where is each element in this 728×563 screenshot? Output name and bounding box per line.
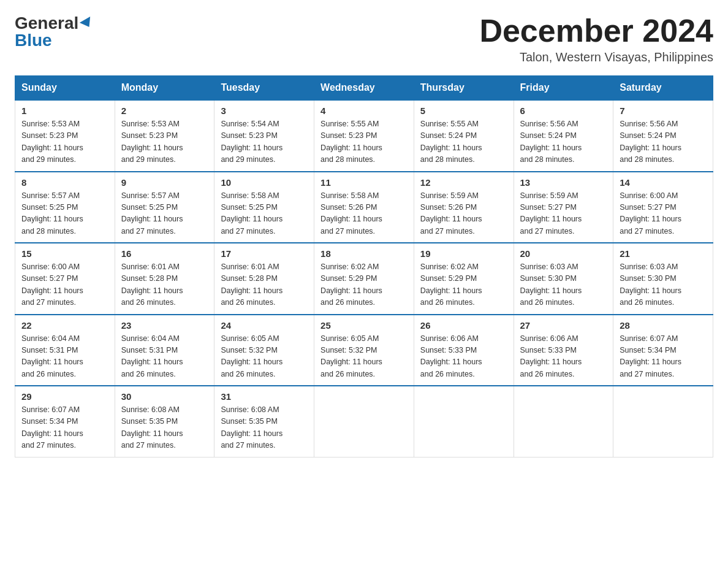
calendar-table: SundayMondayTuesdayWednesdayThursdayFrid… [15,75,713,458]
day-number: 13 [520,177,607,188]
logo-general: General [15,15,78,32]
calendar-cell: 29Sunrise: 6:07 AMSunset: 5:34 PMDayligh… [15,386,115,457]
calendar-title: December 2024 [479,15,713,47]
calendar-cell: 24Sunrise: 6:05 AMSunset: 5:32 PMDayligh… [214,315,314,386]
day-info: Sunrise: 6:00 AMSunset: 5:27 PMDaylight:… [620,190,707,238]
calendar-cell: 16Sunrise: 6:01 AMSunset: 5:28 PMDayligh… [115,243,214,315]
day-info: Sunrise: 6:07 AMSunset: 5:34 PMDaylight:… [620,333,707,381]
calendar-cell: 18Sunrise: 6:02 AMSunset: 5:29 PMDayligh… [314,243,414,315]
day-info: Sunrise: 6:03 AMSunset: 5:30 PMDaylight:… [520,261,607,309]
calendar-cell: 25Sunrise: 6:05 AMSunset: 5:32 PMDayligh… [314,315,414,386]
day-number: 1 [21,105,108,116]
logo-arrow-icon [80,17,94,30]
calendar-week-3: 15Sunrise: 6:00 AMSunset: 5:27 PMDayligh… [15,243,713,315]
day-number: 12 [420,177,507,188]
day-info: Sunrise: 5:57 AMSunset: 5:25 PMDaylight:… [121,190,208,238]
day-info: Sunrise: 6:01 AMSunset: 5:28 PMDaylight:… [221,261,308,309]
calendar-location: Talon, Western Visayas, Philippines [479,50,713,64]
calendar-week-2: 8Sunrise: 5:57 AMSunset: 5:25 PMDaylight… [15,172,713,243]
header-friday: Friday [514,76,613,101]
day-number: 29 [21,391,108,402]
day-info: Sunrise: 5:55 AMSunset: 5:23 PMDaylight:… [320,118,408,166]
day-info: Sunrise: 5:56 AMSunset: 5:24 PMDaylight:… [520,118,607,166]
logo-blue: Blue [15,32,52,49]
day-number: 25 [320,320,408,331]
day-number: 6 [520,105,607,116]
calendar-week-5: 29Sunrise: 6:07 AMSunset: 5:34 PMDayligh… [15,386,713,457]
day-info: Sunrise: 6:02 AMSunset: 5:29 PMDaylight:… [420,261,507,309]
calendar-cell [514,386,613,457]
day-info: Sunrise: 6:05 AMSunset: 5:32 PMDaylight:… [221,333,308,381]
day-info: Sunrise: 5:59 AMSunset: 5:27 PMDaylight:… [520,190,607,238]
calendar-cell: 13Sunrise: 5:59 AMSunset: 5:27 PMDayligh… [514,172,613,243]
day-number: 9 [121,177,208,188]
day-info: Sunrise: 6:02 AMSunset: 5:29 PMDaylight:… [320,261,408,309]
day-number: 8 [21,177,108,188]
calendar-cell: 19Sunrise: 6:02 AMSunset: 5:29 PMDayligh… [414,243,514,315]
day-number: 21 [620,248,707,259]
title-block: December 2024 Talon, Western Visayas, Ph… [479,15,713,64]
day-number: 19 [420,248,507,259]
day-info: Sunrise: 6:05 AMSunset: 5:32 PMDaylight:… [320,333,408,381]
day-info: Sunrise: 6:08 AMSunset: 5:35 PMDaylight:… [221,404,308,452]
calendar-cell: 17Sunrise: 6:01 AMSunset: 5:28 PMDayligh… [214,243,314,315]
day-info: Sunrise: 5:56 AMSunset: 5:24 PMDaylight:… [620,118,707,166]
day-number: 24 [221,320,308,331]
calendar-cell: 21Sunrise: 6:03 AMSunset: 5:30 PMDayligh… [613,243,713,315]
day-number: 26 [420,320,507,331]
calendar-cell: 27Sunrise: 6:06 AMSunset: 5:33 PMDayligh… [514,315,613,386]
calendar-cell: 15Sunrise: 6:00 AMSunset: 5:27 PMDayligh… [15,243,115,315]
day-number: 22 [21,320,108,331]
day-info: Sunrise: 6:00 AMSunset: 5:27 PMDaylight:… [21,261,108,309]
day-number: 7 [620,105,707,116]
calendar-cell: 14Sunrise: 6:00 AMSunset: 5:27 PMDayligh… [613,172,713,243]
header-monday: Monday [115,76,214,101]
day-number: 28 [620,320,707,331]
calendar-cell: 6Sunrise: 5:56 AMSunset: 5:24 PMDaylight… [514,100,613,172]
calendar-cell: 31Sunrise: 6:08 AMSunset: 5:35 PMDayligh… [214,386,314,457]
calendar-cell: 2Sunrise: 5:53 AMSunset: 5:23 PMDaylight… [115,100,214,172]
day-info: Sunrise: 6:03 AMSunset: 5:30 PMDaylight:… [620,261,707,309]
day-number: 11 [320,177,408,188]
calendar-cell: 10Sunrise: 5:58 AMSunset: 5:25 PMDayligh… [214,172,314,243]
calendar-cell: 30Sunrise: 6:08 AMSunset: 5:35 PMDayligh… [115,386,214,457]
day-info: Sunrise: 5:58 AMSunset: 5:25 PMDaylight:… [221,190,308,238]
day-number: 23 [121,320,208,331]
calendar-cell: 4Sunrise: 5:55 AMSunset: 5:23 PMDaylight… [314,100,414,172]
calendar-cell: 8Sunrise: 5:57 AMSunset: 5:25 PMDaylight… [15,172,115,243]
page-header: General Blue December 2024 Talon, Wester… [15,15,713,64]
day-number: 3 [221,105,308,116]
calendar-week-1: 1Sunrise: 5:53 AMSunset: 5:23 PMDaylight… [15,100,713,172]
logo: General Blue [15,15,93,49]
day-info: Sunrise: 6:01 AMSunset: 5:28 PMDaylight:… [121,261,208,309]
day-number: 16 [121,248,208,259]
calendar-cell: 26Sunrise: 6:06 AMSunset: 5:33 PMDayligh… [414,315,514,386]
calendar-cell: 9Sunrise: 5:57 AMSunset: 5:25 PMDaylight… [115,172,214,243]
calendar-cell: 11Sunrise: 5:58 AMSunset: 5:26 PMDayligh… [314,172,414,243]
calendar-cell: 3Sunrise: 5:54 AMSunset: 5:23 PMDaylight… [214,100,314,172]
day-info: Sunrise: 6:06 AMSunset: 5:33 PMDaylight:… [420,333,507,381]
header-sunday: Sunday [15,76,115,101]
calendar-cell: 12Sunrise: 5:59 AMSunset: 5:26 PMDayligh… [414,172,514,243]
day-number: 10 [221,177,308,188]
day-number: 4 [320,105,408,116]
calendar-cell [613,386,713,457]
calendar-cell: 28Sunrise: 6:07 AMSunset: 5:34 PMDayligh… [613,315,713,386]
day-number: 14 [620,177,707,188]
day-number: 17 [221,248,308,259]
day-number: 27 [520,320,607,331]
calendar-cell [414,386,514,457]
day-info: Sunrise: 5:57 AMSunset: 5:25 PMDaylight:… [21,190,108,238]
calendar-cell [314,386,414,457]
day-number: 18 [320,248,408,259]
calendar-cell: 23Sunrise: 6:04 AMSunset: 5:31 PMDayligh… [115,315,214,386]
calendar-cell: 22Sunrise: 6:04 AMSunset: 5:31 PMDayligh… [15,315,115,386]
day-info: Sunrise: 6:06 AMSunset: 5:33 PMDaylight:… [520,333,607,381]
header-wednesday: Wednesday [314,76,414,101]
header-saturday: Saturday [613,76,713,101]
day-number: 2 [121,105,208,116]
day-number: 31 [221,391,308,402]
day-number: 20 [520,248,607,259]
day-info: Sunrise: 5:59 AMSunset: 5:26 PMDaylight:… [420,190,507,238]
day-info: Sunrise: 6:07 AMSunset: 5:34 PMDaylight:… [21,404,108,452]
